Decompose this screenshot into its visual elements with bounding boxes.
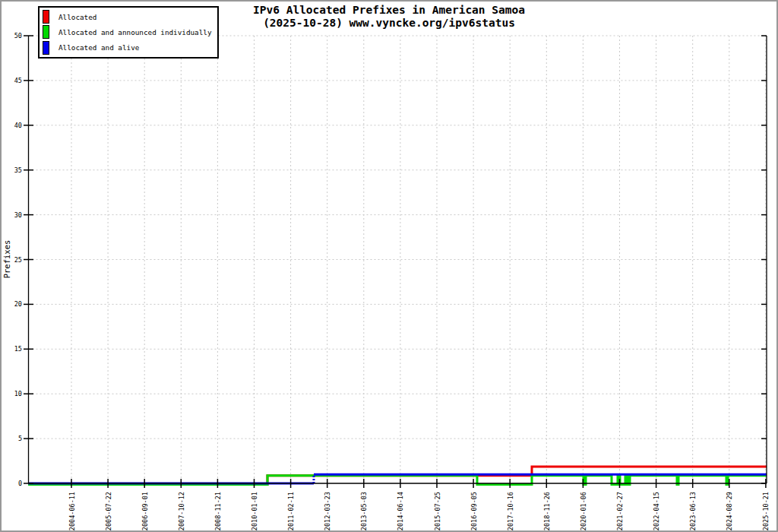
ytick-label: 5 bbox=[18, 435, 22, 442]
ytick-label: 0 bbox=[18, 480, 22, 487]
chart-image: 051015202530354045502004-06-112005-07-22… bbox=[0, 0, 778, 532]
xtick-label: 2006-09-01 bbox=[141, 492, 149, 530]
xtick-label: 2014-06-14 bbox=[397, 492, 404, 530]
ytick-label: 30 bbox=[14, 211, 22, 219]
ytick-label: 25 bbox=[14, 256, 22, 264]
legend-swatch-announced bbox=[43, 25, 49, 39]
xtick-label: 2004-06-11 bbox=[68, 492, 76, 530]
ytick-label: 45 bbox=[14, 77, 22, 84]
xtick-label: 2008-11-21 bbox=[214, 492, 222, 530]
xtick-label: 2012-03-23 bbox=[324, 492, 331, 530]
xtick-label: 2021-02-27 bbox=[616, 492, 624, 530]
xtick-label: 2016-09-05 bbox=[470, 492, 478, 530]
legend-item: Allocated and alive bbox=[43, 40, 212, 55]
ytick-label: 15 bbox=[14, 345, 22, 353]
legend-label: Allocated and announced individually bbox=[59, 28, 212, 36]
xtick-label: 2017-10-16 bbox=[507, 492, 514, 530]
legend-box: Allocated Allocated and announced indivi… bbox=[38, 6, 219, 59]
xtick-label: 2015-07-25 bbox=[434, 492, 441, 530]
legend-label: Allocated bbox=[59, 13, 96, 21]
y-axis-title: Prefixes bbox=[2, 240, 11, 279]
legend-swatch-allocated bbox=[43, 10, 49, 24]
xtick-label: 2010-01-01 bbox=[251, 492, 258, 530]
xtick-label: 2023-06-13 bbox=[689, 492, 697, 530]
xtick-label: 2007-10-12 bbox=[178, 492, 185, 530]
legend-item: Allocated and announced individually bbox=[43, 24, 212, 40]
legend-item: Allocated bbox=[43, 9, 212, 24]
xtick-label: 2020-01-06 bbox=[580, 492, 587, 530]
ytick-label: 10 bbox=[14, 390, 22, 397]
legend-swatch-alive bbox=[43, 41, 49, 55]
ytick-label: 50 bbox=[14, 32, 22, 40]
xtick-label: 2013-05-03 bbox=[360, 492, 368, 530]
legend-label: Allocated and alive bbox=[59, 43, 139, 52]
ytick-label: 20 bbox=[14, 300, 22, 308]
xtick-label: 2024-08-29 bbox=[726, 492, 733, 530]
xtick-label: 2022-04-15 bbox=[653, 492, 660, 530]
ytick-label: 40 bbox=[14, 122, 22, 129]
xtick-label: 2025-10-21 bbox=[762, 492, 770, 530]
ytick-label: 35 bbox=[14, 166, 22, 174]
xtick-label: 2018-11-26 bbox=[543, 492, 551, 530]
xtick-label: 2005-07-22 bbox=[105, 492, 112, 530]
xtick-label: 2011-02-11 bbox=[287, 492, 295, 530]
